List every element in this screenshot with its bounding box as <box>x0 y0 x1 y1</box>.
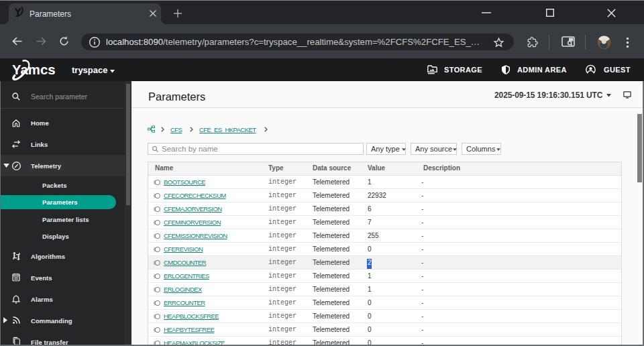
svg-text:Yamcs: Yamcs <box>12 62 56 77</box>
